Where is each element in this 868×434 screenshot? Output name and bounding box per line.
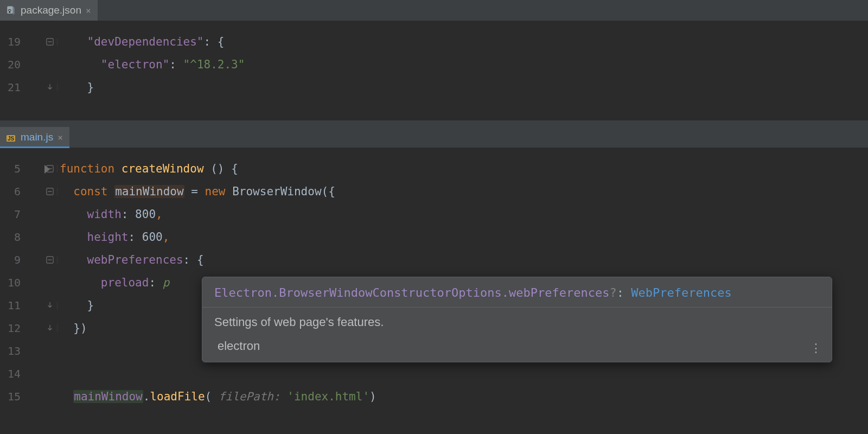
fold-end-icon[interactable] [46,324,54,332]
line-number: 20 [0,58,27,71]
tab-filename: package.json [21,4,81,16]
fold-end-icon[interactable] [46,302,54,309]
json-file-icon [5,5,16,16]
fold-gutter[interactable] [27,302,58,309]
line-number: 11 [0,299,27,312]
fold-gutter[interactable] [27,324,58,332]
code-line[interactable]: preload: p [60,276,169,289]
editor-pane-bottom: JS main.js × 5 function createWindow () … [0,127,868,408]
js-file-icon: JS [5,132,16,143]
line-number: 10 [0,276,27,289]
fold-collapse-icon[interactable] [46,256,54,264]
tab-close-icon[interactable]: × [86,5,91,16]
fold-collapse-icon[interactable] [46,38,54,46]
run-gutter-icon[interactable] [44,165,50,174]
fold-gutter[interactable] [27,38,58,46]
line-number: 21 [0,81,27,94]
line-number: 7 [0,208,27,221]
svg-text:JS: JS [8,136,15,142]
code-line[interactable]: "devDependencies": { [60,35,224,48]
code-line[interactable]: width: 800, [60,208,163,221]
line-number: 5 [0,162,27,175]
fold-gutter[interactable] [27,165,58,173]
tab-filename: main.js [21,131,53,143]
code-line[interactable]: const mainWindow = new BrowserWindow({ [60,185,335,198]
doc-more-icon[interactable]: ⋮ [810,341,823,355]
doc-module: electron [202,339,832,362]
tab-main-js[interactable]: JS main.js × [0,127,69,148]
line-number: 12 [0,322,27,335]
svg-point-1 [9,11,10,12]
line-number: 9 [0,253,27,266]
tab-bar-top: package.json × [0,0,868,21]
pane-splitter[interactable] [0,120,868,127]
code-line[interactable]: webPreferences: { [60,253,204,266]
doc-signature: Electron.BrowserWindowConstructorOptions… [202,277,832,308]
tab-bar-bottom: JS main.js × [0,127,868,148]
line-number: 19 [0,35,27,48]
code-line[interactable]: mainWindow.loadFile( filePath: 'index.ht… [60,390,376,403]
fold-gutter[interactable] [27,256,58,264]
documentation-popup: Electron.BrowserWindowConstructorOptions… [202,277,832,362]
doc-description: Settings of web page's features. [202,308,832,339]
line-number: 13 [0,344,27,358]
code-area-top[interactable]: 19 "devDependencies": { 20 "electron": "… [0,30,868,120]
line-number: 8 [0,231,27,244]
doc-type-link[interactable]: WebPreferences [631,286,731,299]
code-line[interactable]: }) [60,322,87,335]
line-number: 6 [0,185,27,198]
code-line[interactable]: } [60,299,94,312]
code-line[interactable]: function createWindow () { [60,162,238,175]
tab-package-json[interactable]: package.json × [0,0,98,21]
line-number: 14 [0,367,27,380]
current-line-highlight [43,362,868,385]
code-line[interactable]: "electron": "^18.2.3" [60,58,245,71]
fold-collapse-icon[interactable] [46,188,54,195]
fold-end-icon[interactable] [46,84,54,91]
fold-gutter[interactable] [27,188,58,195]
line-number: 15 [0,390,27,403]
code-line[interactable]: height: 600, [60,231,169,244]
code-line[interactable]: } [60,81,94,94]
tab-close-icon[interactable]: × [58,132,63,143]
fold-gutter[interactable] [27,84,58,91]
editor-pane-top: package.json × 19 "devDependencies": { 2… [0,0,868,120]
